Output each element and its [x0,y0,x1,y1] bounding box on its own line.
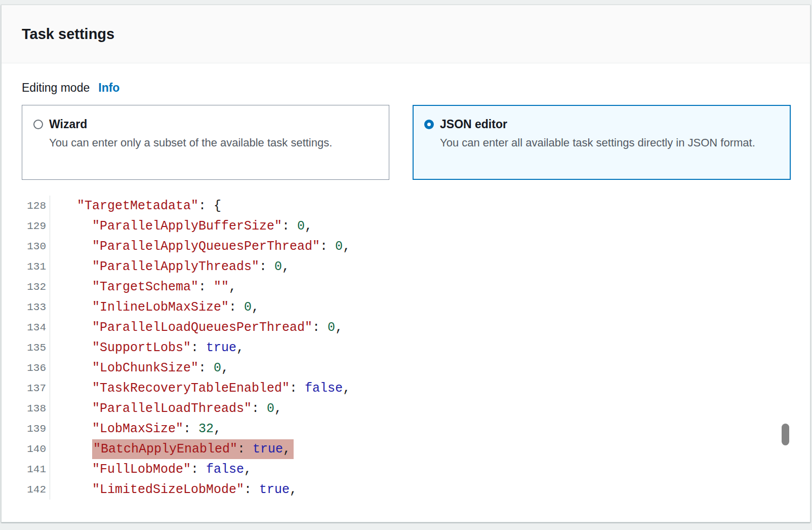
line-number: 138 [2,403,50,414]
code-line-136[interactable]: 136 "LobChunkSize": 0, [2,358,781,378]
code-line-142[interactable]: 142 "LimitedSizeLobMode": true, [2,479,781,500]
line-number: 141 [2,464,50,475]
code-text[interactable]: "BatchApplyEnabled": true, [50,442,294,457]
tile-label: Wizard [49,118,87,131]
tile-description: You can enter only a subset of the avail… [49,135,373,150]
editing-mode-tile-json-editor[interactable]: JSON editorYou can enter all available t… [413,105,791,180]
code-line-139[interactable]: 139 "LobMaxSize": 32, [2,419,781,439]
line-number: 137 [2,383,50,394]
editor-scrollbar-thumb[interactable] [782,424,789,445]
tile-header: JSON editor [424,118,780,131]
code-text[interactable]: "ParallelApplyThreads": 0, [50,259,290,274]
code-line-128[interactable]: 128 "TargetMetadata": { [2,196,781,216]
line-number: 135 [2,342,50,354]
tile-description: You can enter all available task setting… [440,135,764,150]
tile-header: Wizard [33,118,379,131]
radio-button-wizard[interactable] [33,120,43,129]
line-number: 128 [2,200,50,212]
radio-button-json-editor-selected[interactable] [424,120,434,129]
line-number: 136 [2,362,50,374]
code-line-132[interactable]: 132 "TargetSchema": "", [2,277,781,297]
line-number: 132 [2,281,50,293]
code-text[interactable]: "TargetSchema": "", [50,280,236,294]
line-number: 142 [2,484,50,496]
code-line-134[interactable]: 134 "ParallelLoadQueuesPerThread": 0, [2,317,781,337]
code-line-141[interactable]: 141 "FullLobMode": false, [2,459,781,479]
task-settings-panel: Task settings Editing mode Info WizardYo… [1,5,810,522]
code-text[interactable]: "InlineLobMaxSize": 0, [50,300,259,315]
code-line-131[interactable]: 131 "ParallelApplyThreads": 0, [2,256,781,277]
page-title: Task settings [22,26,114,43]
code-text[interactable]: "LimitedSizeLobMode": true, [50,482,297,497]
code-line-137[interactable]: 137 "TaskRecoveryTableEnabled": false, [2,378,781,398]
line-number: 133 [2,301,50,313]
line-number: 129 [2,220,50,232]
line-number: 134 [2,322,50,333]
code-text[interactable]: "FullLobMode": false, [50,462,252,477]
code-line-130[interactable]: 130 "ParallelApplyQueuesPerThread": 0, [2,236,781,256]
code-text[interactable]: "TaskRecoveryTableEnabled": false, [50,381,350,396]
editing-mode-label: Editing mode [22,81,90,95]
code-text[interactable]: "ParallelLoadThreads": 0, [50,401,282,416]
code-line-140[interactable]: 140 "BatchApplyEnabled": true, [2,439,781,459]
code-line-138[interactable]: 138 "ParallelLoadThreads": 0, [2,398,781,419]
code-line-133[interactable]: 133 "InlineLobMaxSize": 0, [2,297,781,317]
editing-mode-row: Editing mode Info [22,81,119,95]
code-line-135[interactable]: 135 "SupportLobs": true, [2,337,781,358]
json-code-editor[interactable]: 128 "TargetMetadata": {129 "ParallelAppl… [2,196,781,500]
panel-header: Task settings [2,5,810,63]
line-number: 140 [2,443,50,455]
line-number: 130 [2,241,50,252]
code-text[interactable]: "SupportLobs": true, [50,340,244,355]
editing-mode-options: WizardYou can enter only a subset of the… [22,105,791,180]
code-text[interactable]: "ParallelLoadQueuesPerThread": 0, [50,320,343,335]
code-text[interactable]: "LobChunkSize": 0, [50,361,229,375]
code-text[interactable]: "LobMaxSize": 32, [50,422,221,436]
code-line-129[interactable]: 129 "ParallelApplyBufferSize": 0, [2,216,781,236]
editing-mode-tile-wizard[interactable]: WizardYou can enter only a subset of the… [22,105,389,180]
code-text[interactable]: "ParallelApplyBufferSize": 0, [50,219,312,234]
code-text[interactable]: "TargetMetadata": { [50,199,221,213]
tile-label: JSON editor [440,118,507,131]
line-number: 139 [2,423,50,435]
highlighted-code: "BatchApplyEnabled": true, [92,439,294,459]
code-text[interactable]: "ParallelApplyQueuesPerThread": 0, [50,239,350,254]
info-link[interactable]: Info [98,81,119,95]
line-number: 131 [2,261,50,273]
